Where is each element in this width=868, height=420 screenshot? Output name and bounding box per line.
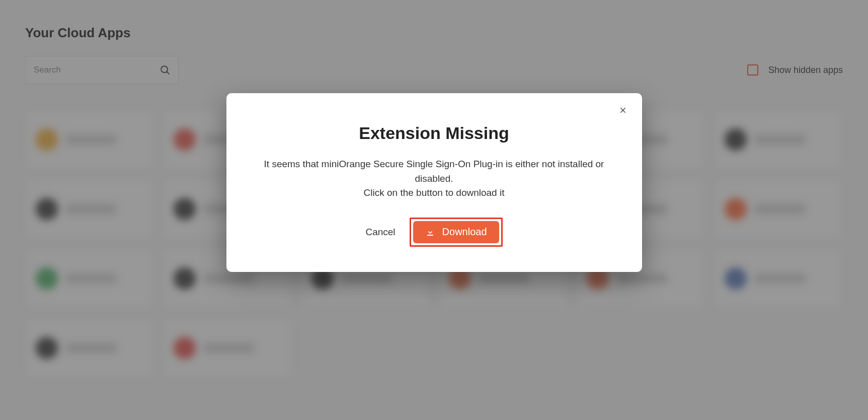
download-icon — [425, 227, 435, 237]
modal-body-line1: It seems that miniOrange Secure Single S… — [247, 157, 622, 186]
extension-missing-modal: Extension Missing It seems that miniOran… — [226, 93, 642, 272]
modal-overlay: Extension Missing It seems that miniOran… — [0, 0, 868, 420]
modal-body: It seems that miniOrange Secure Single S… — [247, 157, 622, 200]
close-icon — [619, 106, 627, 114]
download-button[interactable]: Download — [413, 221, 499, 243]
modal-title: Extension Missing — [247, 123, 622, 143]
download-highlight-frame: Download — [410, 218, 503, 247]
close-button[interactable] — [616, 103, 630, 117]
modal-actions: Cancel Download — [247, 218, 622, 247]
cancel-button[interactable]: Cancel — [365, 227, 395, 238]
svg-rect-4 — [427, 235, 433, 236]
download-label: Download — [442, 226, 487, 238]
modal-body-line2: Click on the button to download it — [247, 186, 622, 200]
